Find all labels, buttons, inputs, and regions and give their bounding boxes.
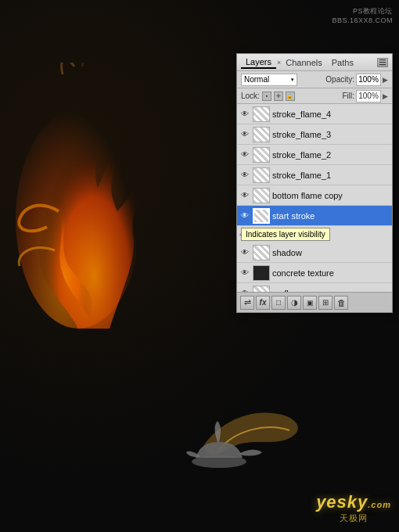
layer-thumbnail: [253, 245, 270, 261]
layer-thumbnail: [253, 106, 270, 122]
blend-mode-row: Normal ▾ Opacity: 100% ▶: [237, 71, 392, 88]
eye-icon[interactable]: 👁: [239, 190, 250, 201]
layer-name: bottom flame copy: [272, 191, 343, 200]
lock-label: Lock:: [241, 92, 260, 100]
lock-all-btn[interactable]: 🔒: [286, 92, 295, 101]
opacity-value[interactable]: 100%: [356, 74, 381, 86]
tooltip-row: Indicates layer visibility: [237, 226, 392, 243]
layer-list: 👁 stroke_flame_4 👁 stroke_flame_3 👁 stro…: [237, 104, 392, 292]
layer-thumbnail: [253, 208, 270, 224]
opacity-arrow[interactable]: ▶: [383, 76, 388, 84]
layer-thumbnail: [253, 147, 270, 163]
layer-name: up flame: [272, 289, 305, 293]
lock-row: Lock: ▪ ✛ 🔒 Fill: 100% ▶: [237, 88, 392, 104]
layer-thumbnail: [253, 127, 270, 142]
site-line2: BBS.16XX8.COM: [332, 16, 393, 24]
layer-item[interactable]: 👁 stroke_flame_3: [237, 124, 392, 145]
tab-paths[interactable]: Paths: [327, 57, 358, 68]
layer-item[interactable]: 👁 stroke_flame_2: [237, 145, 392, 165]
mask-btn[interactable]: □: [271, 296, 286, 310]
layer-name: stroke_flame_1: [272, 171, 331, 180]
layer-name: stroke_flame_2: [272, 150, 331, 160]
layer-name: start stroke: [272, 211, 315, 221]
panel-titlebar: Layers × Channels Paths: [237, 54, 392, 71]
layer-name: shadow: [272, 248, 302, 257]
tooltip: Indicates layer visibility: [241, 228, 330, 241]
fill-value[interactable]: 100%: [356, 90, 381, 102]
layer-thumbnail: [253, 167, 270, 183]
tab-channels[interactable]: Channels: [281, 57, 326, 68]
eye-icon[interactable]: 👁: [239, 109, 250, 120]
fill-arrow[interactable]: ▶: [383, 92, 388, 100]
watermark: yesky.com 天极网: [316, 492, 391, 524]
lock-position-btn[interactable]: ✛: [274, 92, 283, 101]
layer-thumbnail: [253, 265, 270, 281]
opacity-control: Opacity: 100% ▶: [325, 74, 388, 86]
link-layers-btn[interactable]: ⇌: [240, 296, 254, 310]
layer-item[interactable]: 👁 stroke_flame_4: [237, 104, 392, 124]
layer-item[interactable]: 👁 stroke_flame_1: [237, 165, 392, 185]
layer-item[interactable]: 👁 bottom flame copy: [237, 185, 392, 206]
eye-icon[interactable]: 👁: [239, 288, 250, 293]
yesky-logo: yesky.com: [316, 492, 391, 512]
watermark-chinese: 天极网: [316, 512, 391, 524]
panel-toolbar: ⇌ fx □ ◑ ▣ ⊞ 🗑: [237, 292, 392, 312]
fill-control: Fill: 100% ▶: [342, 90, 388, 102]
layer-item[interactable]: 👁 up flame: [237, 283, 392, 292]
layers-panel: Layers × Channels Paths Normal ▾ Opacity…: [236, 53, 393, 313]
layer-name: stroke_flame_3: [272, 130, 331, 139]
eye-icon[interactable]: 👁: [239, 170, 250, 181]
lock-pixels-btn[interactable]: ▪: [262, 92, 271, 101]
layer-thumbnail: [253, 188, 270, 203]
layer-item-selected[interactable]: 👁 start stroke: [237, 206, 392, 226]
layer-item[interactable]: 👁 concrete texture: [237, 263, 392, 283]
layer-thumbnail: [253, 286, 270, 293]
tab-layers[interactable]: Layers: [241, 56, 276, 69]
opacity-label: Opacity:: [325, 75, 354, 84]
eye-icon[interactable]: 👁: [239, 210, 250, 221]
new-layer-btn[interactable]: ⊞: [318, 296, 332, 310]
eye-icon[interactable]: 👁: [239, 247, 250, 258]
site-line1: PS教程论坛: [332, 6, 393, 16]
delete-layer-btn[interactable]: 🗑: [334, 296, 348, 310]
layer-name: stroke_flame_4: [272, 110, 331, 119]
site-text: PS教程论坛 BBS.16XX8.COM: [332, 6, 393, 24]
adjustment-btn[interactable]: ◑: [287, 296, 301, 310]
layer-item[interactable]: 👁 shadow: [237, 243, 392, 263]
eye-icon[interactable]: 👁: [239, 149, 250, 160]
panel-menu-button[interactable]: [377, 58, 388, 67]
blend-mode-select[interactable]: Normal ▾: [241, 74, 297, 86]
layer-name: concrete texture: [272, 268, 334, 278]
group-btn[interactable]: ▣: [303, 296, 317, 310]
eye-icon[interactable]: 👁: [239, 268, 250, 279]
fx-btn[interactable]: fx: [256, 296, 270, 310]
eye-icon[interactable]: 👁: [239, 129, 250, 140]
fill-label: Fill:: [342, 92, 354, 100]
